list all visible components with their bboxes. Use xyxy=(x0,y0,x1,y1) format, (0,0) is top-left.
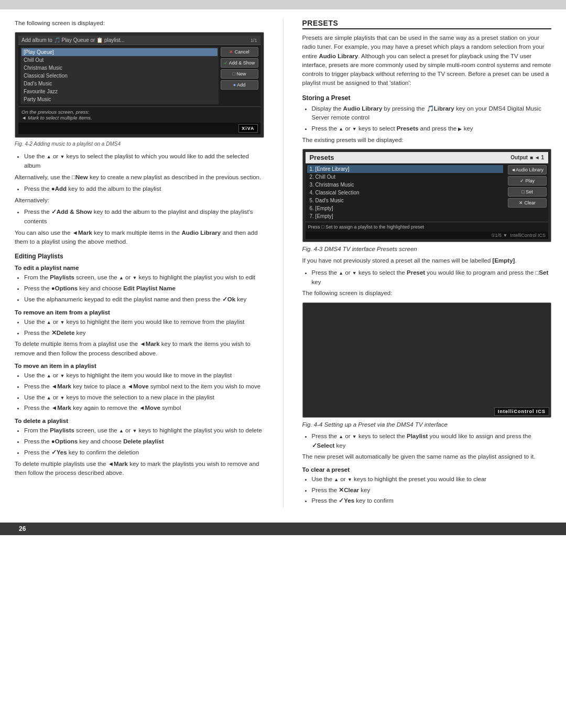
presets-output-label: Output ■ ◄ 1 xyxy=(510,155,544,160)
delete-playlist-heading: To delete a playlist xyxy=(15,418,264,424)
empty-note: If you have not previously stored a pres… xyxy=(302,256,552,265)
move-step2: Press the ◄Mark key twice to place a ◄Mo… xyxy=(24,382,264,392)
xiva-logo: XiVA xyxy=(238,124,257,133)
presets-intro-text: Presets are simple playlists that can be… xyxy=(302,34,552,88)
store-step1: Display the Audio Library by pressing th… xyxy=(312,104,552,123)
output-icon: ■ ◄ 1 xyxy=(530,155,544,160)
delete-multiple-info: To delete multiple items from a playlist… xyxy=(15,340,264,358)
column-divider xyxy=(283,19,284,508)
preset-list-item[interactable]: 1. [Entire Library] xyxy=(307,165,504,173)
left-column: The following screen is displayed: Add a… xyxy=(15,19,264,508)
ui-title: Add album to 🎵 Play Queue or 📋 playlist.… xyxy=(21,37,125,43)
presets-ui-title-text: Presets xyxy=(310,154,334,161)
list-item[interactable]: Favourite Jazz xyxy=(21,88,217,95)
clear-step2: Press the ✕Clear key xyxy=(312,486,552,495)
del-step1: From the Playlists screen, use the or ke… xyxy=(24,426,264,436)
ui-note: On the previous screen, press:◄ Mark to … xyxy=(18,106,260,123)
intro-text: The following screen is displayed: xyxy=(15,19,264,28)
bullet-add-playlist: Use the or keys to select the playlist t… xyxy=(24,152,264,171)
prog-step1: Press the or keys to select the Preset y… xyxy=(312,268,552,287)
preset-list-item[interactable]: 6. [Empty] xyxy=(307,204,504,212)
remove-step2: Press the ✕Delete key xyxy=(24,329,264,338)
following-screen-text: The following screen is displayed: xyxy=(302,289,552,298)
delete-multiple-playlists: To delete multiple playlists use the ◄Ma… xyxy=(15,460,264,478)
presets-intro-section: Presets are simple playlists that can be… xyxy=(302,34,552,506)
edit-step1: From the Playlists screen, use the or ke… xyxy=(24,273,264,282)
content: The following screen is displayed: Add a… xyxy=(0,9,566,523)
settings-logo: IntelliControl ICS xyxy=(494,407,549,416)
set-button[interactable]: □ Set xyxy=(508,187,547,197)
top-bar xyxy=(0,0,566,9)
output-text: Output xyxy=(510,155,528,160)
page: The following screen is displayed: Add a… xyxy=(0,9,566,535)
ui-page-num: 1/1 xyxy=(251,38,257,43)
del-step3: Press the ✓Yes key to confirm the deleti… xyxy=(24,448,264,458)
presets-action-buttons: ◄Audio Library ✓ Play □ Set ✕ Clear xyxy=(506,164,548,222)
presets-ui-footer: ①1/5 ▼ IntelliControl ICS xyxy=(306,232,549,239)
add-button[interactable]: ● Add xyxy=(221,80,258,90)
ui-playlist-list: [Play Queue] Chill Out Christmas Music C… xyxy=(20,47,219,104)
storing-preset-heading: Storing a Preset xyxy=(302,94,552,102)
ui-title-bar: Add album to 🎵 Play Queue or 📋 playlist.… xyxy=(18,36,260,45)
new-preset-note: The new preset will automatically be giv… xyxy=(302,452,552,461)
clear-preset-heading: To clear a preset xyxy=(302,466,552,473)
list-item[interactable]: Christmas Music xyxy=(21,64,217,72)
ui-inner: Add album to 🎵 Play Queue or 📋 playlist.… xyxy=(18,36,260,134)
store-step2: Press the or keys to select Presets and … xyxy=(312,124,552,134)
presets-ui-body: 1. [Entire Library] 2. Chill Out 3. Chri… xyxy=(306,164,549,222)
cancel-button[interactable]: ✕ Cancel xyxy=(221,47,258,57)
add-show-button[interactable]: ✓ Add & Show xyxy=(221,58,258,68)
alternatively-new: Alternatively, use the □New key to creat… xyxy=(15,173,264,182)
list-item[interactable]: Dad's Music xyxy=(21,80,217,88)
add-album-ui-screenshot: Add album to 🎵 Play Queue or 📋 playlist.… xyxy=(15,32,264,138)
settings-up-screenshot: IntelliControl ICS xyxy=(302,302,552,418)
preset-list-item[interactable]: 5. Dad's Music xyxy=(307,197,504,204)
fig4-caption: Fig. 4-4 Setting up a Preset via the DMS… xyxy=(302,420,552,429)
move-step4: Press the ◄Mark key again to remove the … xyxy=(24,404,264,413)
ui-action-buttons: ✕ Cancel ✓ Add & Show □ New ● Add xyxy=(221,47,258,104)
presets-ui-title-bar: Presets Output ■ ◄ 1 xyxy=(306,152,549,164)
play-button[interactable]: ✓ Play xyxy=(508,176,547,186)
preset-list-item[interactable]: 2. Chill Out xyxy=(307,173,504,181)
fig3-caption: Fig. 4-3 DMS4 TV interface Presets scree… xyxy=(302,245,552,254)
presets-ui-screenshot: Presets Output ■ ◄ 1 1. [Entire Library]… xyxy=(302,149,552,242)
mark-info: You can also use the ◄Mark key to mark m… xyxy=(15,229,264,247)
alternatively-label: Alternatively: xyxy=(15,196,264,205)
fig1-caption: Fig. 4-2 Adding music to a playlist on a… xyxy=(15,141,264,147)
preset-list-item[interactable]: 7. [Empty] xyxy=(307,212,504,220)
move-heading: To move an item in a playlist xyxy=(15,363,264,369)
preset-list-item[interactable]: 3. Christmas Music xyxy=(307,181,504,189)
clear-step3: Press the ✓Yes key to confirm xyxy=(312,496,552,506)
remove-heading: To remove an item from a playlist xyxy=(15,309,264,316)
right-column: PRESETS Presets are simple playlists tha… xyxy=(302,19,552,508)
bullet-add-show: Press the ✓Add & Show key to add the alb… xyxy=(24,208,264,226)
del-step2: Press the ●Options key and choose Delete… xyxy=(24,437,264,447)
preset-list-item[interactable]: 4. Classical Selection xyxy=(307,189,504,197)
list-item[interactable]: Classical Selection xyxy=(21,72,217,80)
existing-presets-text: The existing presets will be displayed: xyxy=(302,136,552,145)
clear-button[interactable]: ✕ Clear xyxy=(508,198,547,208)
doc-section-add: Use the or keys to select the playlist t… xyxy=(15,152,264,477)
move-step1: Use the or keys to highlight the item yo… xyxy=(24,371,264,381)
edit-step2: Press the ●Options key and choose Edit P… xyxy=(24,284,264,294)
presets-page-num: ①1/5 ▼ xyxy=(491,233,510,238)
bullet-add-key: Press the ●Add key to add the album to t… xyxy=(24,184,264,194)
list-item[interactable]: Chill Out xyxy=(21,56,217,64)
remove-step1: Use the or keys to highlight the item yo… xyxy=(24,318,264,327)
bottom-bar: 26 xyxy=(0,523,566,535)
list-item[interactable]: [Play Queue] xyxy=(21,48,217,56)
list-item[interactable]: Party Music xyxy=(21,95,217,103)
editing-playlists-heading: Editing Playlists xyxy=(15,253,264,260)
clear-step1: Use the or keys to highlight the preset … xyxy=(312,475,552,484)
presets-ui-note: Press □ Set to assign a playlist to the … xyxy=(306,222,549,232)
intellicontrol-logo: IntelliControl ICS xyxy=(510,233,546,238)
assign-step1: Press the or keys to select the Playlist… xyxy=(312,432,552,451)
page-number: 26 xyxy=(15,524,30,534)
presets-list: 1. [Entire Library] 2. Chill Out 3. Chri… xyxy=(306,164,505,222)
ui-footer: XiVA xyxy=(18,123,260,134)
presets-section-heading: PRESETS xyxy=(302,19,552,29)
audio-library-button[interactable]: ◄Audio Library xyxy=(508,165,547,175)
new-button[interactable]: □ New xyxy=(221,69,258,79)
ui-body: [Play Queue] Chill Out Christmas Music C… xyxy=(18,45,260,106)
edit-name-heading: To edit a playlist name xyxy=(15,265,264,271)
